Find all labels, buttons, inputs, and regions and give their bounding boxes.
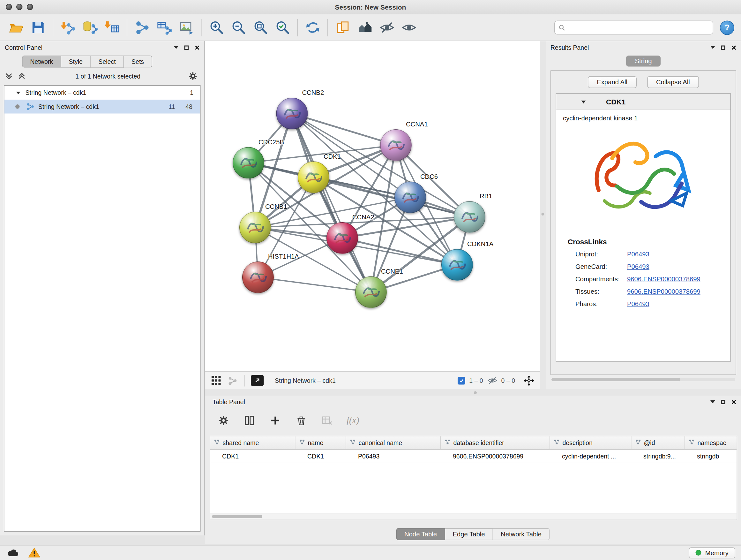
column-header-database-identifier[interactable]: database identifier [441, 436, 550, 449]
close-window-button[interactable] [6, 4, 12, 10]
column-header--id[interactable]: @id [631, 436, 685, 449]
close-panel-icon[interactable] [194, 45, 200, 50]
crosslink-link[interactable]: P06493 [627, 250, 653, 258]
float-panel-icon[interactable] [185, 45, 189, 50]
help-button[interactable]: ? [720, 20, 734, 35]
crosslink-link[interactable]: 9606.ENSP00000378699 [627, 288, 704, 295]
column-header-description[interactable]: description [550, 436, 631, 449]
grid-layout-icon[interactable] [211, 375, 221, 386]
network-canvas[interactable]: CCNB2CCNA1CDC25BCDK1CDC6RB1CCNB1CCNA2CDK… [205, 41, 540, 371]
hide-selected-button[interactable] [376, 17, 398, 38]
memory-status-dot [696, 550, 701, 556]
control-panel-header: Control Panel [0, 41, 205, 54]
network-row[interactable]: String Network – cdk1 11 48 [4, 100, 200, 114]
node-CCNB1[interactable] [239, 212, 271, 243]
delete-column-icon[interactable] [295, 415, 307, 427]
tab-select[interactable]: Select [91, 56, 124, 68]
zoom-in-button[interactable] [205, 17, 227, 38]
column-header-shared-name[interactable]: shared name [210, 436, 295, 449]
tab-style[interactable]: Style [61, 56, 91, 68]
table-row[interactable]: CDK1CDK1P064939606.ENSP00000378699cyclin… [210, 450, 737, 463]
import-network-from-file-button[interactable] [57, 17, 79, 38]
zoom-selected-button[interactable] [272, 17, 293, 38]
table-cell: CDK1 [295, 450, 346, 463]
save-session-button[interactable] [27, 17, 49, 38]
table-header-row: shared namenamecanonical namedatabase id… [210, 436, 737, 450]
vertical-splitter[interactable] [540, 41, 546, 389]
network-from-table-button[interactable] [153, 17, 175, 38]
node-RB1[interactable] [454, 201, 485, 233]
minimize-window-button[interactable] [16, 4, 23, 10]
panel-menu-icon[interactable] [174, 46, 179, 49]
hidden-eye-slash-icon[interactable] [487, 375, 497, 386]
gene-section-header[interactable]: CDK1 [556, 94, 731, 110]
column-header-namespac[interactable]: namespac [685, 436, 737, 449]
results-menu-icon[interactable] [711, 46, 715, 49]
table-close-icon[interactable] [731, 399, 737, 405]
horizontal-splitter[interactable] [205, 389, 741, 396]
warning-icon[interactable] [27, 547, 41, 558]
import-network-from-database-button[interactable] [79, 17, 101, 38]
column-header-name[interactable]: name [295, 436, 346, 449]
zoom-fit-button[interactable] [250, 17, 272, 38]
crosslink-link[interactable]: P06493 [627, 300, 653, 307]
table-menu-icon[interactable] [711, 400, 715, 403]
crosslink-link[interactable]: 9606.ENSP00000378699 [627, 275, 704, 283]
open-session-button[interactable] [5, 17, 27, 38]
table-hscrollbar[interactable] [210, 513, 737, 520]
gene-collapse-icon[interactable] [581, 100, 586, 103]
home-button[interactable] [354, 17, 376, 38]
cloud-icon[interactable] [6, 547, 20, 558]
edge-CCNA2-CDKN1A[interactable] [342, 238, 457, 265]
birds-eye-view-button[interactable] [251, 375, 264, 386]
tab-edge-table[interactable]: Edge Table [445, 528, 493, 541]
edge-CCNB2-CCNE1[interactable] [292, 114, 371, 293]
node-CDKN1A[interactable] [441, 249, 473, 281]
node-CDK1[interactable] [298, 162, 329, 193]
memory-button[interactable]: Memory [689, 547, 735, 558]
show-all-button[interactable] [398, 17, 420, 38]
node-CCNA1[interactable] [380, 129, 412, 161]
node-CCNB2[interactable] [276, 98, 308, 129]
zoom-out-button[interactable] [227, 17, 250, 38]
crosslink-link[interactable]: P06493 [627, 263, 653, 270]
results-scrollbar[interactable] [551, 378, 735, 381]
results-float-icon[interactable] [721, 45, 725, 50]
export-image-button[interactable] [175, 17, 197, 38]
collection-expand-icon[interactable] [16, 91, 20, 94]
edge-HIST1H1A-CCNE1[interactable] [258, 277, 371, 293]
results-close-icon[interactable] [731, 45, 737, 50]
add-column-icon[interactable] [269, 415, 281, 427]
table-settings-gear-icon[interactable] [217, 415, 230, 427]
selected-nodes-checkbox-icon[interactable] [458, 377, 465, 384]
network-options-gear-icon[interactable] [188, 71, 198, 81]
search-input[interactable] [568, 23, 709, 32]
node-CCNE1[interactable] [355, 276, 387, 308]
tab-sets[interactable]: Sets [124, 56, 152, 68]
node-CDC25B[interactable] [232, 147, 264, 179]
column-header-canonical-name[interactable]: canonical name [346, 436, 441, 449]
edge-CCNB2-CCNA1[interactable] [292, 114, 396, 145]
copy-button[interactable] [332, 17, 354, 38]
pan-move-icon[interactable] [524, 375, 534, 386]
collapse-all-networks-icon[interactable] [7, 74, 11, 78]
node-HIST1H1A[interactable] [242, 261, 274, 293]
expand-all-networks-icon[interactable] [20, 74, 24, 78]
collapse-all-button[interactable]: Collapse All [647, 76, 699, 88]
tab-string[interactable]: String [626, 56, 661, 67]
maximize-window-button[interactable] [27, 4, 33, 10]
table-float-icon[interactable] [721, 400, 725, 404]
node-CCNA2[interactable] [327, 222, 358, 254]
node-CDC6[interactable] [394, 182, 426, 213]
tab-node-table[interactable]: Node Table [396, 528, 445, 541]
network-share-icon[interactable] [227, 375, 238, 386]
show-columns-icon[interactable] [243, 415, 256, 427]
refresh-layout-button[interactable] [301, 17, 324, 38]
network-collection-row[interactable]: String Network – cdk1 1 [4, 86, 200, 100]
table-cell: stringdb [685, 450, 737, 463]
tab-network[interactable]: Network [22, 56, 61, 68]
tab-network-table[interactable]: Network Table [493, 528, 549, 541]
new-network-button[interactable] [131, 17, 153, 38]
import-table-from-file-button[interactable] [101, 17, 123, 38]
expand-all-button[interactable]: Expand All [588, 76, 636, 88]
